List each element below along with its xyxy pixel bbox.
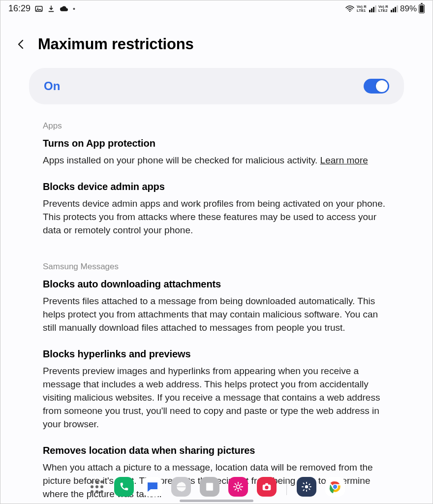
image-icon [34, 4, 43, 13]
item-title: Turns on App protection [43, 138, 390, 149]
svg-rect-22 [309, 486, 311, 487]
item-desc-text: Apps installed on your phone will be che… [43, 155, 320, 165]
battery-indicator: 89% [400, 4, 425, 14]
master-toggle-card[interactable]: On [29, 68, 404, 104]
svg-line-13 [235, 489, 236, 490]
dock [0, 477, 433, 497]
home-indicator[interactable] [180, 500, 253, 502]
settings-app-icon[interactable] [297, 477, 316, 497]
item-title: Removes location data when sharing pictu… [43, 445, 390, 456]
svg-rect-19 [306, 482, 307, 484]
item-block-hyperlinks: Blocks hyperlinks and previews Prevents … [43, 348, 390, 431]
svg-rect-24 [308, 488, 310, 490]
item-app-protection: Turns on App protection Apps installed o… [43, 138, 390, 167]
svg-rect-23 [303, 482, 305, 484]
cloud-icon [59, 5, 69, 13]
settings-content: Apps Turns on App protection Apps instal… [0, 104, 433, 501]
battery-percent: 89% [400, 4, 417, 14]
group-title-messages: Samsung Messages [43, 262, 390, 272]
svg-rect-20 [306, 490, 307, 492]
status-bar: 16:29 • Vo) RLTE1 Vo) RLTE2 89% [0, 0, 433, 16]
status-right: Vo) RLTE1 Vo) RLTE2 89% [345, 4, 425, 14]
item-title: Blocks device admin apps [43, 181, 390, 192]
svg-line-12 [240, 489, 241, 490]
signal-bars-icon [369, 5, 376, 12]
item-desc: Prevents files attached to a message fro… [43, 295, 390, 335]
svg-point-2 [349, 10, 351, 12]
status-left: 16:29 • [8, 3, 75, 14]
page-title: Maximum restrictions [38, 35, 193, 53]
svg-rect-25 [308, 483, 310, 485]
more-notif-dot: • [73, 5, 75, 13]
svg-rect-17 [265, 483, 268, 485]
item-block-auto-download: Blocks auto downloading attachments Prev… [43, 279, 390, 335]
notes-app-icon[interactable] [200, 477, 219, 497]
page-header: Maximum restrictions [0, 16, 433, 68]
battery-icon [419, 4, 425, 13]
status-time: 16:29 [8, 3, 31, 14]
sim1-indicator: Vo) RLTE1 [357, 5, 367, 12]
svg-line-11 [235, 484, 236, 485]
master-toggle-label: On [44, 79, 60, 93]
svg-rect-26 [303, 489, 305, 491]
internet-app-icon[interactable] [171, 477, 191, 497]
chrome-app-icon[interactable] [325, 477, 345, 497]
item-desc: Prevents device admin apps and work prof… [43, 197, 390, 237]
svg-point-18 [305, 485, 308, 488]
master-toggle-switch[interactable] [364, 79, 389, 94]
item-block-admin-apps: Blocks device admin apps Prevents device… [43, 181, 390, 237]
svg-point-1 [37, 7, 38, 8]
svg-point-16 [265, 486, 268, 489]
camera-app-icon[interactable] [257, 477, 277, 497]
item-title: Blocks hyperlinks and previews [43, 348, 390, 360]
item-desc: Apps installed on your phone will be che… [43, 154, 390, 167]
dock-divider [286, 478, 287, 495]
phone-app-icon[interactable] [114, 477, 134, 497]
svg-line-14 [240, 484, 241, 485]
group-title-apps: Apps [43, 121, 390, 131]
gallery-app-icon[interactable] [228, 477, 248, 497]
svg-rect-21 [302, 486, 304, 487]
back-button[interactable] [15, 38, 27, 50]
download-icon [47, 5, 55, 13]
learn-more-link[interactable]: Learn more [320, 155, 368, 165]
svg-point-6 [236, 485, 240, 488]
sim2-indicator: Vo) RLTE2 [378, 5, 388, 12]
svg-rect-4 [206, 483, 213, 491]
item-desc: Prevents preview images and hyperlinks f… [43, 365, 390, 431]
app-drawer-button[interactable] [89, 478, 105, 495]
wifi-icon [345, 5, 355, 13]
signal-bars-icon [391, 5, 398, 12]
messages-app-icon[interactable] [143, 477, 162, 497]
item-title: Blocks auto downloading attachments [43, 279, 390, 290]
